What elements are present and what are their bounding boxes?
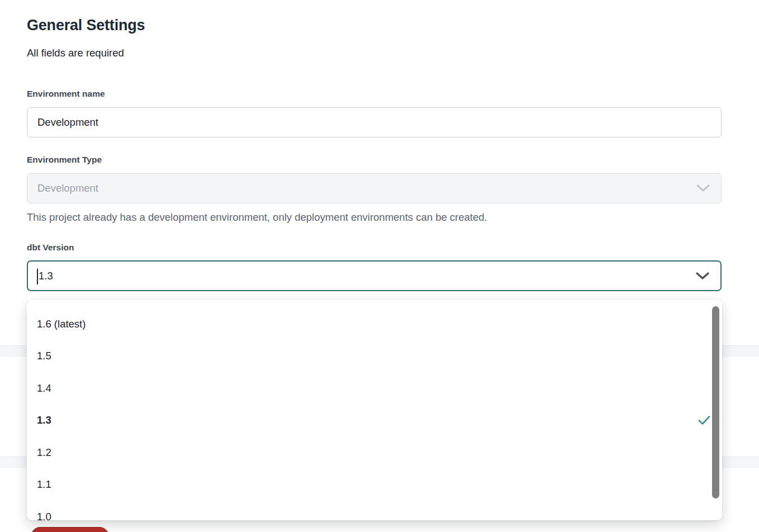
environment-type-select: Development bbox=[27, 173, 722, 203]
page-title: General Settings bbox=[27, 17, 145, 34]
dropdown-option[interactable]: 1.1 bbox=[27, 469, 722, 501]
dropdown-option[interactable]: 1.2 bbox=[27, 436, 722, 469]
general-settings-page: General Settings All fields are required… bbox=[0, 0, 759, 532]
delete-button[interactable] bbox=[31, 527, 109, 532]
dropdown-option-label: 1.3 bbox=[37, 414, 51, 426]
dropdown-option-label: 1.4 bbox=[37, 382, 51, 395]
dropdown-option[interactable]: 1.5 bbox=[27, 340, 722, 373]
dropdown-option[interactable]: 1.6 (latest) bbox=[27, 308, 722, 340]
environment-name-label: Environment name bbox=[27, 89, 105, 99]
dropdown-option[interactable]: 1.4 bbox=[27, 372, 722, 405]
dropdown-option-label: 1.1 bbox=[37, 478, 51, 491]
dbt-version-combobox[interactable]: 1.3 bbox=[27, 260, 722, 291]
dropdown-option-label: 1.6 (latest) bbox=[37, 318, 86, 330]
dropdown-option[interactable]: 1.3 bbox=[27, 405, 722, 437]
text-cursor bbox=[37, 269, 38, 284]
dropdown-option-label: 1.0 bbox=[37, 511, 51, 520]
environment-type-label: Environment Type bbox=[27, 155, 102, 165]
dbt-version-label: dbt Version bbox=[27, 243, 74, 253]
dbt-version-dropdown: 1.6 (latest) 1.5 1.4 1.3 1.2 1.1 1.0 bbox=[27, 300, 722, 520]
environment-type-value: Development bbox=[37, 182, 98, 194]
required-fields-note: All fields are required bbox=[27, 47, 124, 59]
dropdown-option-label: 1.5 bbox=[37, 350, 51, 362]
dropdown-option[interactable]: 1.0 bbox=[27, 501, 722, 520]
chevron-down-icon[interactable] bbox=[695, 272, 710, 281]
dbt-version-value: 1.3 bbox=[39, 270, 53, 282]
check-icon bbox=[698, 415, 710, 425]
dropdown-option-label: 1.2 bbox=[37, 446, 51, 459]
environment-type-help-text: This project already has a development e… bbox=[27, 211, 487, 224]
chevron-down-icon bbox=[696, 184, 710, 193]
dropdown-options: 1.6 (latest) 1.5 1.4 1.3 1.2 1.1 1.0 bbox=[27, 308, 722, 520]
dropdown-scrollbar-thumb[interactable] bbox=[712, 306, 719, 498]
environment-name-input[interactable] bbox=[27, 107, 722, 137]
